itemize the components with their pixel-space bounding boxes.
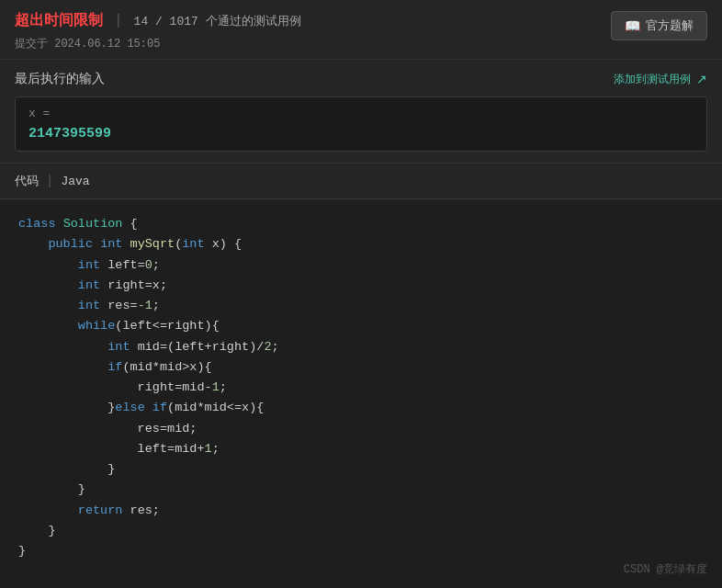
code-line-10: }else if(mid*mid<=x){ [18,398,704,418]
code-line-16: } [18,521,704,541]
add-test-case-button[interactable]: 添加到测试用例 ↗ [614,72,707,87]
code-line-7: int mid=(left+right)/2; [18,337,704,357]
code-header: 代码 | Java [0,164,722,199]
input-var-name: x = [28,107,694,120]
code-line-4: int right=x; [18,276,704,296]
code-line-14: } [18,480,704,500]
last-input-label: 最后执行的输入 [15,71,105,87]
title-divider: | [114,13,123,29]
code-line-13: } [18,459,704,480]
code-line-15: return res; [18,501,704,521]
code-label: 代码 [15,173,39,189]
code-line-12: left=mid+1; [18,439,704,459]
footer-credit: CSDN @竞绿有度 [624,561,707,577]
code-lang: Java [61,175,89,188]
code-line-5: int res=-1; [18,296,704,316]
official-solution-button[interactable]: 📖 官方题解 [611,11,707,40]
code-line-11: res=mid; [18,419,704,439]
submit-time: 提交于 2024.06.12 15:05 [15,36,707,51]
code-line-8: if(mid*mid>x){ [18,357,704,378]
input-box: x = 2147395599 [15,96,707,152]
test-count: 14 / 1017 个通过的测试用例 [134,13,301,29]
official-btn-label: 官方题解 [646,17,694,34]
code-line-17: } [18,541,704,561]
code-lang-divider: | [46,174,53,188]
code-line-1: class Solution { [18,214,704,234]
export-icon: ↗ [696,72,707,86]
code-line-3: int left=0; [18,255,704,276]
code-line-6: while(left<=right){ [18,316,704,336]
code-area: class Solution { public int mySqrt(int x… [0,199,722,577]
code-line-2: public int mySqrt(int x) { [18,234,704,254]
add-test-label: 添加到测试用例 [614,72,691,87]
input-value: 2147395599 [28,126,694,141]
result-title: 超出时间限制 [15,11,103,30]
code-line-9: right=mid-1; [18,378,704,398]
book-icon: 📖 [625,18,640,33]
